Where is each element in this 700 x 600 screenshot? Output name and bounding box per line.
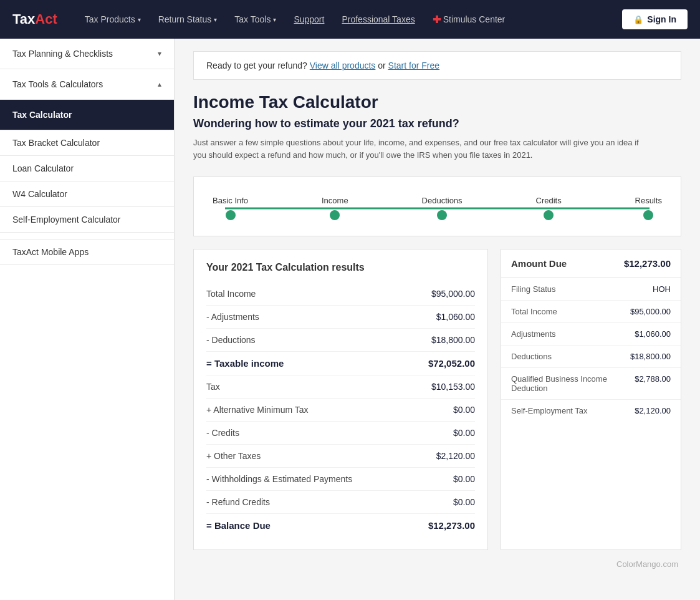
- progress-step-income[interactable]: Income: [322, 196, 348, 220]
- row-label-refund-credits: - Refund Credits: [206, 497, 453, 507]
- row-value-total-income: $95,000.00: [431, 289, 475, 299]
- step-dot-credits: [544, 210, 554, 220]
- view-all-products-link[interactable]: View all products: [310, 60, 376, 70]
- page-subtitle: Wondering how to estimate your 2021 tax …: [193, 117, 681, 130]
- row-value-credits: $0.00: [453, 428, 475, 438]
- page-title: Income Tax Calculator: [193, 92, 681, 112]
- list-item: Deductions $18,800.00: [501, 346, 681, 368]
- summary-filing-status-label: Filing Status: [511, 284, 646, 294]
- start-for-free-link[interactable]: Start for Free: [388, 60, 439, 70]
- list-item: Qualified Business Income Deduction $2,7…: [501, 368, 681, 400]
- row-value-other-taxes: $2,120.00: [436, 451, 475, 461]
- step-label-income: Income: [322, 196, 348, 205]
- watermark: ColorMango.com: [193, 559, 681, 569]
- nav-support[interactable]: Support: [285, 0, 333, 39]
- table-row: - Adjustments $1,060.00: [206, 306, 475, 329]
- row-value-withholdings: $0.00: [453, 474, 475, 484]
- nav-professional-taxes[interactable]: Professional Taxes: [333, 0, 423, 39]
- list-item: Adjustments $1,060.00: [501, 323, 681, 346]
- table-row: - Refund Credits $0.00: [206, 491, 475, 514]
- progress-steps: Basic Info Income Deductions: [213, 196, 662, 220]
- calc-results-title: Your 2021 Tax Calculation results: [206, 262, 475, 273]
- row-label-total-income: Total Income: [206, 289, 431, 299]
- nav-return-status[interactable]: Return Status ▾: [150, 0, 226, 39]
- sidebar-item-mobile-apps[interactable]: TaxAct Mobile Apps: [0, 239, 174, 265]
- chevron-up-icon: ▴: [158, 80, 161, 89]
- table-row: Total Income $95,000.00: [206, 283, 475, 306]
- navbar: TaxAct Tax Products ▾ Return Status ▾ Ta…: [0, 0, 700, 39]
- table-row: Tax $10,153.00: [206, 375, 475, 399]
- step-label-results: Results: [635, 196, 662, 205]
- table-row: - Withholdings & Estimated Payments $0.0…: [206, 468, 475, 491]
- step-dot-deductions: [437, 210, 447, 220]
- summary-self-employment-label: Self-Employment Tax: [511, 406, 628, 415]
- table-row: = Balance Due $12,273.00: [206, 514, 475, 537]
- sidebar-item-tax-calculator[interactable]: Tax Calculator: [0, 100, 174, 130]
- row-label-amt: + Alternative Minimum Tax: [206, 405, 453, 415]
- summary-qbi-label: Qualified Business Income Deduction: [511, 374, 628, 393]
- cross-icon: ✚: [433, 14, 441, 26]
- results-section: Your 2021 Tax Calculation results Total …: [193, 249, 681, 550]
- refund-bar: Ready to get your refund? View all produ…: [193, 51, 681, 80]
- sidebar-item-self-employment[interactable]: Self-Employment Calculator: [0, 207, 174, 233]
- sidebar-item-w4[interactable]: W4 Calculator: [0, 181, 174, 207]
- progress-step-results[interactable]: Results: [635, 196, 662, 220]
- nav-tax-products[interactable]: Tax Products ▾: [76, 0, 150, 39]
- summary-amount-due-label: Amount Due: [511, 258, 567, 269]
- main-content: Ready to get your refund? View all produ…: [175, 39, 700, 600]
- step-dot-basic-info: [226, 210, 236, 220]
- calc-results-panel: Your 2021 Tax Calculation results Total …: [193, 249, 488, 550]
- table-row: - Credits $0.00: [206, 422, 475, 445]
- step-dot-income: [330, 210, 340, 220]
- table-row: - Deductions $18,800.00: [206, 329, 475, 352]
- summary-deductions-label: Deductions: [511, 352, 624, 361]
- progress-step-deductions[interactable]: Deductions: [422, 196, 463, 220]
- row-label-balance-due: = Balance Due: [206, 520, 428, 531]
- summary-total-income-value: $95,000.00: [630, 307, 671, 316]
- table-row: = Taxable income $72,052.00: [206, 352, 475, 375]
- brand-tax: Tax: [12, 11, 35, 27]
- row-value-tax: $10,153.00: [431, 382, 475, 392]
- chevron-down-icon: ▾: [214, 16, 217, 23]
- step-label-basic-info: Basic Info: [213, 196, 248, 205]
- sidebar-section-tax-planning[interactable]: Tax Planning & Checklists ▾: [0, 39, 174, 69]
- row-label-adjustments: - Adjustments: [206, 312, 436, 322]
- summary-total-income-label: Total Income: [511, 307, 624, 316]
- lock-icon: 🔒: [633, 15, 643, 24]
- brand-act: Act: [35, 11, 57, 27]
- list-item: Total Income $95,000.00: [501, 301, 681, 323]
- progress-step-credits[interactable]: Credits: [536, 196, 562, 220]
- chevron-down-icon: ▾: [273, 16, 276, 23]
- summary-header: Amount Due $12,273.00: [501, 249, 681, 278]
- summary-self-employment-value: $2,120.00: [635, 406, 671, 415]
- summary-amount-due-value: $12,273.00: [624, 258, 671, 269]
- row-value-refund-credits: $0.00: [453, 497, 475, 507]
- nav-links: Tax Products ▾ Return Status ▾ Tax Tools…: [76, 0, 623, 39]
- row-value-deductions: $18,800.00: [431, 335, 475, 345]
- step-dot-results: [643, 210, 653, 220]
- summary-adjustments-value: $1,060.00: [635, 329, 671, 339]
- sidebar-section-tax-tools[interactable]: Tax Tools & Calculators ▴: [0, 69, 174, 100]
- table-row: + Alternative Minimum Tax $0.00: [206, 399, 475, 422]
- row-value-balance-due: $12,273.00: [428, 520, 475, 531]
- row-value-amt: $0.00: [453, 405, 475, 415]
- sidebar-item-tax-bracket[interactable]: Tax Bracket Calculator: [0, 130, 174, 156]
- row-label-withholdings: - Withholdings & Estimated Payments: [206, 474, 453, 484]
- nav-tax-tools[interactable]: Tax Tools ▾: [226, 0, 285, 39]
- row-value-taxable-income: $72,052.00: [428, 358, 475, 369]
- row-label-tax: Tax: [206, 382, 431, 392]
- list-item: Self-Employment Tax $2,120.00: [501, 400, 681, 422]
- summary-panel: Amount Due $12,273.00 Filing Status HOH …: [501, 249, 681, 550]
- list-item: Filing Status HOH: [501, 278, 681, 301]
- row-label-credits: - Credits: [206, 428, 453, 438]
- brand-logo[interactable]: TaxAct: [12, 11, 57, 27]
- nav-stimulus[interactable]: ✚ Stimulus Center: [424, 0, 514, 39]
- progress-track: Basic Info Income Deductions: [213, 196, 662, 220]
- page-layout: Tax Planning & Checklists ▾ Tax Tools & …: [0, 39, 700, 600]
- sign-in-button[interactable]: 🔒 Sign In: [622, 9, 688, 29]
- step-label-credits: Credits: [536, 196, 562, 205]
- page-description: Just answer a few simple questions about…: [193, 137, 642, 161]
- summary-deductions-value: $18,800.00: [630, 352, 671, 361]
- progress-step-basic-info[interactable]: Basic Info: [213, 196, 248, 220]
- sidebar-item-loan[interactable]: Loan Calculator: [0, 156, 174, 181]
